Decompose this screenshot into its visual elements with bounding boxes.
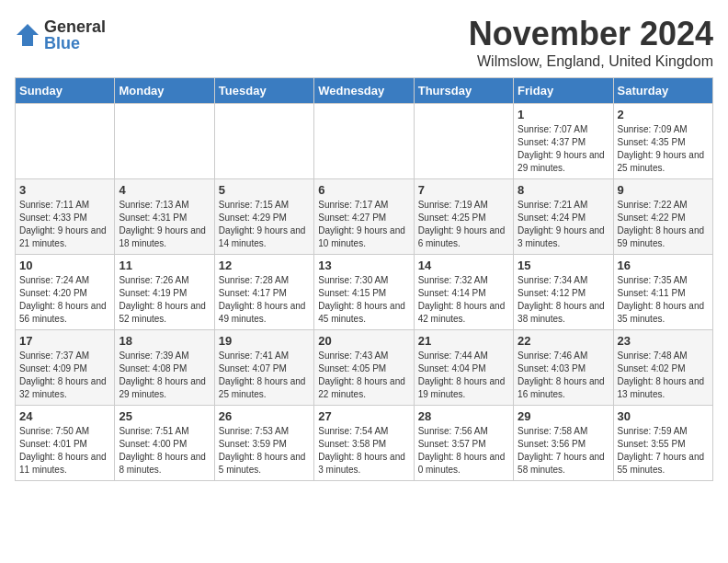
day-number: 18: [119, 334, 210, 348]
day-number: 2: [618, 108, 709, 121]
header: General Blue November 2024 Wilmslow, Eng…: [15, 15, 713, 70]
day-info: Sunrise: 7:32 AMSunset: 4:14 PMDaylight:…: [418, 274, 509, 326]
logo-text: General Blue: [44, 18, 106, 52]
day-info: Sunrise: 7:21 AMSunset: 4:24 PMDaylight:…: [518, 199, 609, 250]
logo-icon: [15, 22, 40, 48]
header-day-thursday: Thursday: [414, 78, 513, 104]
day-info: Sunrise: 7:56 AMSunset: 3:57 PMDaylight:…: [418, 425, 509, 477]
day-info: Sunrise: 7:22 AMSunset: 4:22 PMDaylight:…: [618, 199, 709, 250]
day-info: Sunrise: 7:07 AMSunset: 4:37 PMDaylight:…: [518, 123, 609, 175]
day-info: Sunrise: 7:30 AMSunset: 4:15 PMDaylight:…: [318, 274, 409, 326]
calendar-cell: 27Sunrise: 7:54 AMSunset: 3:58 PMDayligh…: [314, 406, 414, 481]
day-number: 30: [618, 409, 709, 423]
day-info: Sunrise: 7:15 AMSunset: 4:29 PMDaylight:…: [219, 199, 310, 250]
day-info: Sunrise: 7:43 AMSunset: 4:05 PMDaylight:…: [318, 350, 409, 401]
day-number: 22: [518, 334, 609, 348]
calendar-cell: 21Sunrise: 7:44 AMSunset: 4:04 PMDayligh…: [414, 330, 513, 406]
day-number: 8: [518, 183, 609, 197]
calendar-cell: 30Sunrise: 7:59 AMSunset: 3:55 PMDayligh…: [613, 406, 712, 481]
calendar-cell: 25Sunrise: 7:51 AMSunset: 4:00 PMDayligh…: [115, 406, 214, 481]
day-info: Sunrise: 7:51 AMSunset: 4:00 PMDaylight:…: [119, 425, 210, 477]
header-day-friday: Friday: [514, 78, 613, 104]
day-number: 1: [518, 108, 609, 121]
day-number: 13: [318, 259, 409, 272]
calendar-week-5: 24Sunrise: 7:50 AMSunset: 4:01 PMDayligh…: [16, 406, 713, 481]
calendar-cell: 24Sunrise: 7:50 AMSunset: 4:01 PMDayligh…: [16, 406, 115, 481]
calendar-cell: 7Sunrise: 7:19 AMSunset: 4:25 PMDaylight…: [414, 179, 513, 255]
day-number: 28: [418, 409, 509, 423]
day-info: Sunrise: 7:26 AMSunset: 4:19 PMDaylight:…: [119, 274, 210, 326]
day-info: Sunrise: 7:11 AMSunset: 4:33 PMDaylight:…: [19, 199, 110, 250]
day-info: Sunrise: 7:09 AMSunset: 4:35 PMDaylight:…: [618, 123, 709, 175]
calendar-cell: 1Sunrise: 7:07 AMSunset: 4:37 PMDaylight…: [514, 104, 613, 179]
day-number: 5: [219, 183, 310, 197]
day-info: Sunrise: 7:13 AMSunset: 4:31 PMDaylight:…: [119, 199, 210, 250]
calendar-cell: 18Sunrise: 7:39 AMSunset: 4:08 PMDayligh…: [115, 330, 214, 406]
calendar-cell: 2Sunrise: 7:09 AMSunset: 4:35 PMDaylight…: [613, 104, 712, 179]
day-number: 20: [318, 334, 409, 348]
day-number: 10: [19, 259, 110, 272]
day-info: Sunrise: 7:53 AMSunset: 3:59 PMDaylight:…: [219, 425, 310, 477]
calendar-cell: 4Sunrise: 7:13 AMSunset: 4:31 PMDaylight…: [115, 179, 214, 255]
calendar-cell: [314, 104, 414, 179]
month-title: November 2024: [469, 15, 713, 53]
location-title: Wilmslow, England, United Kingdom: [469, 53, 713, 70]
calendar-cell: 8Sunrise: 7:21 AMSunset: 4:24 PMDaylight…: [514, 179, 613, 255]
calendar-cell: 14Sunrise: 7:32 AMSunset: 4:14 PMDayligh…: [414, 255, 513, 330]
calendar-cell: 12Sunrise: 7:28 AMSunset: 4:17 PMDayligh…: [214, 255, 313, 330]
logo-general-text: General: [44, 18, 106, 35]
calendar-cell: 6Sunrise: 7:17 AMSunset: 4:27 PMDaylight…: [314, 179, 414, 255]
day-number: 3: [19, 183, 110, 197]
day-info: Sunrise: 7:44 AMSunset: 4:04 PMDaylight:…: [418, 350, 509, 401]
calendar-cell: 16Sunrise: 7:35 AMSunset: 4:11 PMDayligh…: [613, 255, 712, 330]
day-number: 15: [518, 259, 609, 272]
calendar-table: SundayMondayTuesdayWednesdayThursdayFrid…: [15, 77, 713, 481]
header-day-sunday: Sunday: [16, 78, 115, 104]
calendar-cell: 5Sunrise: 7:15 AMSunset: 4:29 PMDaylight…: [214, 179, 313, 255]
day-info: Sunrise: 7:34 AMSunset: 4:12 PMDaylight:…: [518, 274, 609, 326]
calendar-cell: 20Sunrise: 7:43 AMSunset: 4:05 PMDayligh…: [314, 330, 414, 406]
header-day-wednesday: Wednesday: [314, 78, 414, 104]
calendar-body: 1Sunrise: 7:07 AMSunset: 4:37 PMDaylight…: [16, 104, 713, 481]
day-number: 19: [219, 334, 310, 348]
calendar-cell: 28Sunrise: 7:56 AMSunset: 3:57 PMDayligh…: [414, 406, 513, 481]
day-number: 23: [618, 334, 709, 348]
day-number: 14: [418, 259, 509, 272]
calendar-cell: 29Sunrise: 7:58 AMSunset: 3:56 PMDayligh…: [514, 406, 613, 481]
day-info: Sunrise: 7:46 AMSunset: 4:03 PMDaylight:…: [518, 350, 609, 401]
day-info: Sunrise: 7:41 AMSunset: 4:07 PMDaylight:…: [219, 350, 310, 401]
calendar-cell: [214, 104, 313, 179]
day-info: Sunrise: 7:19 AMSunset: 4:25 PMDaylight:…: [418, 199, 509, 250]
day-number: 21: [418, 334, 509, 348]
day-number: 7: [418, 183, 509, 197]
calendar-cell: 23Sunrise: 7:48 AMSunset: 4:02 PMDayligh…: [613, 330, 712, 406]
day-number: 9: [618, 183, 709, 197]
calendar-week-1: 1Sunrise: 7:07 AMSunset: 4:37 PMDaylight…: [16, 104, 713, 179]
calendar-cell: [115, 104, 214, 179]
calendar-cell: 19Sunrise: 7:41 AMSunset: 4:07 PMDayligh…: [214, 330, 313, 406]
calendar-cell: 26Sunrise: 7:53 AMSunset: 3:59 PMDayligh…: [214, 406, 313, 481]
day-number: 6: [318, 183, 409, 197]
calendar-cell: 13Sunrise: 7:30 AMSunset: 4:15 PMDayligh…: [314, 255, 414, 330]
header-day-monday: Monday: [115, 78, 214, 104]
day-info: Sunrise: 7:28 AMSunset: 4:17 PMDaylight:…: [219, 274, 310, 326]
day-number: 24: [19, 409, 110, 423]
calendar-week-2: 3Sunrise: 7:11 AMSunset: 4:33 PMDaylight…: [16, 179, 713, 255]
calendar-week-4: 17Sunrise: 7:37 AMSunset: 4:09 PMDayligh…: [16, 330, 713, 406]
title-section: November 2024 Wilmslow, England, United …: [469, 15, 713, 70]
day-info: Sunrise: 7:50 AMSunset: 4:01 PMDaylight:…: [19, 425, 110, 477]
day-info: Sunrise: 7:48 AMSunset: 4:02 PMDaylight:…: [618, 350, 709, 401]
day-number: 26: [219, 409, 310, 423]
calendar-cell: 22Sunrise: 7:46 AMSunset: 4:03 PMDayligh…: [514, 330, 613, 406]
calendar-cell: 11Sunrise: 7:26 AMSunset: 4:19 PMDayligh…: [115, 255, 214, 330]
header-day-tuesday: Tuesday: [214, 78, 313, 104]
day-number: 4: [119, 183, 210, 197]
calendar-week-3: 10Sunrise: 7:24 AMSunset: 4:20 PMDayligh…: [16, 255, 713, 330]
logo: General Blue: [15, 18, 106, 52]
day-info: Sunrise: 7:37 AMSunset: 4:09 PMDaylight:…: [19, 350, 110, 401]
day-number: 12: [219, 259, 310, 272]
day-number: 11: [119, 259, 210, 272]
svg-marker-0: [17, 24, 39, 46]
day-info: Sunrise: 7:35 AMSunset: 4:11 PMDaylight:…: [618, 274, 709, 326]
header-day-saturday: Saturday: [613, 78, 712, 104]
